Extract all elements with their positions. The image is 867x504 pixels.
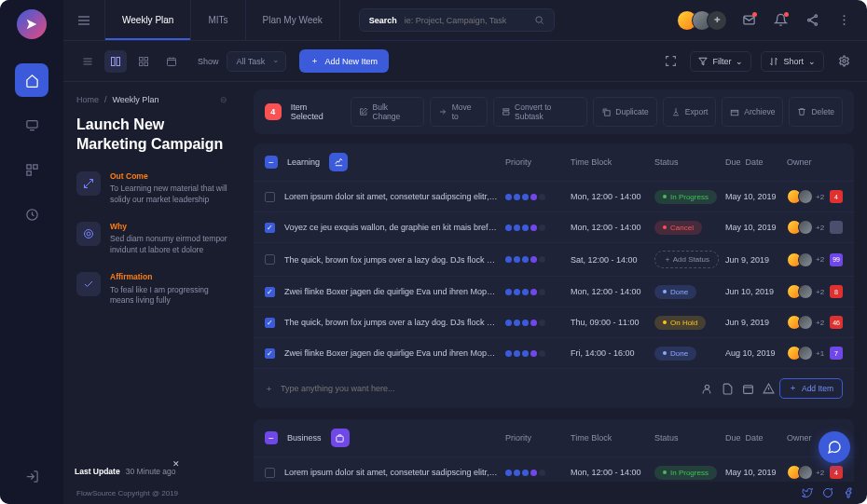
owner-avatars[interactable]	[787, 346, 813, 361]
add-row-input[interactable]	[281, 384, 697, 393]
priority-dots[interactable]	[505, 256, 571, 263]
priority-dots[interactable]	[505, 350, 571, 357]
status-badge[interactable]: Cancel	[654, 221, 702, 235]
status-badge[interactable]: Done	[654, 285, 696, 299]
svg-point-9	[815, 23, 818, 26]
bell-icon[interactable]	[770, 10, 791, 31]
row-checkbox[interactable]	[265, 468, 275, 478]
gear-icon[interactable]	[833, 51, 854, 72]
task-row[interactable]: Zwei flinke Boxer jagen die quirlige Eva…	[254, 276, 854, 306]
action-duplicate[interactable]: Duplicate	[593, 97, 656, 127]
action-convert-to-subtask[interactable]: Convert to Subtask	[493, 97, 588, 127]
flag-badge[interactable]: 4	[830, 466, 843, 479]
assign-icon[interactable]	[697, 378, 718, 399]
facebook-icon[interactable]	[843, 487, 854, 498]
row-checkbox[interactable]	[265, 287, 275, 297]
view-kanban-icon[interactable]	[104, 50, 127, 73]
page-title: Launch New Marketing Campaign	[76, 116, 227, 155]
flag-badge[interactable]: 7	[830, 347, 843, 360]
search-field[interactable]	[405, 16, 534, 25]
status-badge[interactable]: ＋ Add Status	[654, 251, 719, 268]
owner-avatars[interactable]	[787, 315, 813, 330]
group-collapse-icon[interactable]: −	[265, 431, 278, 444]
show-select[interactable]: All Task	[227, 51, 287, 72]
meta-outcome: Out ComeTo Learning new material that wi…	[76, 171, 227, 205]
crumb-collapse-icon[interactable]: ⊖	[220, 95, 227, 104]
svg-point-25	[706, 385, 709, 388]
filter-button[interactable]: Filter⌄	[690, 51, 751, 72]
owner-avatars[interactable]	[787, 252, 813, 267]
view-list-icon[interactable]	[76, 50, 99, 73]
chat-fab[interactable]	[819, 431, 850, 463]
task-row[interactable]: The quick, brown fox jumps over a lazy d…	[254, 242, 854, 276]
row-checkbox[interactable]	[265, 318, 275, 328]
priority-icon[interactable]	[759, 378, 779, 399]
close-icon[interactable]: ✕	[172, 459, 180, 469]
crumb-home[interactable]: Home	[76, 95, 99, 104]
priority-dots[interactable]	[505, 194, 571, 200]
flag-badge[interactable]	[830, 221, 843, 234]
tab-weekly-plan[interactable]: Weekly Plan	[104, 0, 190, 40]
kebab-icon[interactable]	[833, 10, 854, 31]
task-row[interactable]: The quick, brown fox jumps over a lazy d…	[254, 306, 854, 337]
status-badge[interactable]: On Hold	[654, 316, 706, 330]
task-row[interactable]: Lorem ipsum dolor sit amet, consetetur s…	[254, 456, 854, 482]
row-checkbox[interactable]	[265, 348, 275, 359]
nav-board[interactable]	[15, 153, 48, 186]
action-export[interactable]: Export	[663, 97, 717, 127]
view-grid-icon[interactable]	[132, 50, 155, 73]
tab-mits[interactable]: MITs	[190, 0, 244, 40]
group-icon	[329, 153, 348, 171]
expand-icon[interactable]	[660, 51, 681, 72]
add-item-button[interactable]: ＋ Add Item	[779, 378, 843, 399]
chat-icon[interactable]	[822, 487, 833, 498]
action-archieve[interactable]: Archieve	[722, 97, 783, 127]
view-calendar-icon[interactable]	[160, 50, 183, 73]
menu-icon[interactable]	[76, 13, 91, 28]
task-row[interactable]: Zwei flinke Boxer jagen die quirlige Eva…	[254, 337, 854, 368]
twitter-icon[interactable]	[802, 487, 813, 498]
owner-avatars[interactable]	[787, 189, 813, 204]
flag-badge[interactable]: 8	[830, 285, 843, 298]
status-badge[interactable]: In Progress	[654, 190, 717, 204]
nav-clock[interactable]	[15, 198, 48, 231]
action-delete[interactable]: Delete	[789, 97, 843, 127]
priority-dots[interactable]	[505, 225, 571, 231]
owner-avatars[interactable]	[787, 465, 813, 480]
presence-avatars[interactable]: ✚	[677, 10, 727, 31]
svg-point-11	[843, 20, 845, 21]
flag-badge[interactable]: 99	[830, 253, 843, 266]
nav-home[interactable]	[15, 63, 48, 97]
owner-avatars[interactable]	[787, 220, 813, 235]
group-collapse-icon[interactable]: −	[265, 156, 278, 169]
due-date: Jun 10, 2019	[725, 287, 787, 296]
priority-dots[interactable]	[505, 470, 571, 476]
share-icon[interactable]	[802, 10, 822, 31]
status-badge[interactable]: In Progress	[654, 466, 717, 480]
priority-dots[interactable]	[505, 289, 571, 295]
row-checkbox[interactable]	[265, 223, 275, 233]
row-checkbox[interactable]	[265, 192, 275, 202]
flag-badge[interactable]: 46	[830, 316, 843, 329]
row-checkbox[interactable]	[265, 254, 275, 265]
task-row[interactable]: Voyez ce jeu exquis wallon, de graphie e…	[254, 211, 854, 242]
action-move-to[interactable]: Move to	[430, 97, 487, 127]
time-block: Mon, 12:00 - 14:00	[571, 287, 654, 296]
flag-badge[interactable]: 4	[830, 190, 843, 203]
tab-plan-my-week[interactable]: Plan My Week	[245, 0, 340, 40]
search-input[interactable]: Search	[359, 8, 555, 32]
task-row[interactable]: Lorem ipsum dolor sit amet, consetetur s…	[254, 181, 854, 211]
inbox-icon[interactable]	[738, 10, 759, 31]
owner-avatars[interactable]	[787, 284, 813, 299]
group-header-biz: −BusinessPriorityTime BlockStatusDue Dat…	[254, 419, 854, 456]
action-bulk-change[interactable]: Bulk Change	[351, 97, 424, 127]
status-badge[interactable]: Done	[654, 347, 696, 361]
topbar: Weekly PlanMITsPlan My Week Search ✚	[63, 0, 867, 41]
sort-button[interactable]: Short⌄	[761, 51, 824, 72]
add-new-item-button[interactable]: ＋Add New Item	[299, 49, 389, 73]
priority-dots[interactable]	[505, 320, 571, 326]
nav-logout[interactable]	[15, 459, 48, 493]
attach-icon[interactable]	[718, 378, 738, 399]
nav-monitor[interactable]	[15, 108, 48, 142]
date-icon[interactable]	[738, 378, 759, 399]
